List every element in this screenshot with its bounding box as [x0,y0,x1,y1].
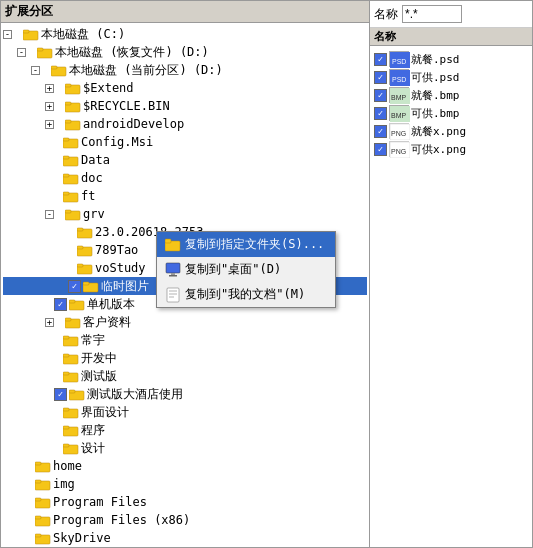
tree-item-customer[interactable]: + 客户资料 [3,313,367,331]
tree-item-label-home: home [53,458,82,474]
folder-icon-changyu [63,334,79,347]
filter-label: 名称 [374,6,398,23]
file-list-header-text: 名称 [374,30,396,43]
svg-rect-3 [37,48,43,51]
expander-customer[interactable]: + [45,318,54,327]
tree-item-grv[interactable]: - grv [3,205,367,223]
folder-icon-data [63,154,79,167]
expander-extend[interactable]: + [45,84,54,93]
svg-rect-29 [83,282,89,285]
expander-d_restore[interactable]: - [17,48,26,57]
tree-item-c_drive[interactable]: - 本地磁盘 (C:) [3,25,367,43]
file-item-可供x-png[interactable]: PNG 可供x.png [374,140,528,158]
expander-c_drive[interactable]: - [3,30,12,39]
expander-grv[interactable]: - [45,210,54,219]
tree-item-doc[interactable]: doc [3,169,367,187]
folder-icon-extend [65,82,81,95]
file-checkbox-可供.bmp[interactable] [374,107,387,120]
context-menu-item-copy_to_mydocs[interactable]: 复制到"我的文档"(M) [157,282,335,307]
tree-item-design[interactable]: 程序 [3,421,367,439]
folder-icon-d_restore [37,46,53,59]
folder-icon-home [35,460,51,473]
tree-item-ui_design[interactable]: 界面设计 [3,403,367,421]
tree-item-program_files_x86[interactable]: Program Files (x86) [3,511,367,529]
tree-item-skydrive[interactable]: SkyDrive [3,529,367,547]
svg-rect-72 [169,275,177,277]
tree-item-home[interactable]: home [3,457,367,475]
svg-rect-35 [63,336,69,339]
svg-rect-47 [63,444,69,447]
file-checkbox-可供x.png[interactable] [374,143,387,156]
folder-icon-c_drive [23,28,39,41]
folder-icon-ui_design [63,406,79,419]
folder-icon-single [69,298,85,311]
tree-item-img[interactable]: img [3,475,367,493]
folder-icon-config [63,136,79,149]
tree-item-label-d_current: 本地磁盘 (当前分区) (D:) [69,62,223,78]
file-item-就餐x-png[interactable]: PNG 就餐x.png [374,122,528,140]
file-icon-psd: PSD [389,69,409,85]
context-menu-item-copy_to_folder[interactable]: 复制到指定文件夹(S)... [157,232,335,257]
file-icon-bmp: BMP [389,87,409,103]
svg-rect-53 [35,498,41,501]
tree-item-d_restore[interactable]: - 本地磁盘 (恢复文件) (D:) [3,43,367,61]
context-menu-item-copy_to_desktop[interactable]: 复制到"桌面"(D) [157,257,335,282]
tree-item-ceshi_da[interactable]: 测试版大酒店使用 [3,385,367,403]
folder-icon-program_files_x86 [35,514,51,527]
tree-item-label-program_files_x86: Program Files (x86) [53,512,190,528]
file-name-可供.bmp: 可供.bmp [411,106,460,121]
expander-d_current[interactable]: - [31,66,40,75]
tree-item-label-ceshiban: 测试版 [81,368,117,384]
svg-rect-15 [63,156,69,159]
tree-item-data[interactable]: Data [3,151,367,169]
tree-item-d_current[interactable]: - 本地磁盘 (当前分区) (D:) [3,61,367,79]
tree-item-config[interactable]: Config.Msi [3,133,367,151]
tree-item-program_files[interactable]: Program Files [3,493,367,511]
folder-icon-grv [65,208,81,221]
folder-icon-program_files [35,496,51,509]
svg-text:PNG: PNG [391,130,406,137]
svg-rect-69 [165,239,171,243]
tree-item-label-develop: 开发中 [81,350,117,366]
expander-android[interactable]: + [45,120,54,129]
folder-icon-img [35,478,51,491]
file-checkbox-就餐.bmp[interactable] [374,89,387,102]
svg-text:BMP: BMP [391,112,407,119]
tree-item-label-single: 单机版本 [87,296,135,312]
file-item-就餐-psd[interactable]: PSD 就餐.psd [374,50,528,68]
tree-item-extend[interactable]: + $Extend [3,79,367,97]
folder-icon [165,237,181,253]
filter-input[interactable] [402,5,462,23]
checkbox-ceshi_da[interactable] [54,388,67,401]
checkbox-linshi[interactable] [68,280,81,293]
tree-item-label-c_drive: 本地磁盘 (C:) [41,26,125,42]
svg-rect-11 [65,120,71,123]
tree-item-develop[interactable]: 开发中 [3,349,367,367]
svg-rect-70 [166,263,180,273]
file-item-可供-bmp[interactable]: BMP 可供.bmp [374,104,528,122]
tree-item-ceshiban[interactable]: 测试版 [3,367,367,385]
file-checkbox-就餐.psd[interactable] [374,53,387,66]
tree-item-ft[interactable]: ft [3,187,367,205]
file-checkbox-可供.psd[interactable] [374,71,387,84]
tree-item-label-android: androidDevelop [83,116,184,132]
svg-rect-45 [63,426,69,429]
tree-item-label-design: 程序 [81,422,105,438]
tree-item-label-skydrive: SkyDrive [53,530,111,546]
file-tree-panel: 扩展分区 - 本地磁盘 (C:)- 本地磁盘 (恢复文件) (D:)- 本地磁盘… [0,0,370,548]
file-list[interactable]: PSD 就餐.psd PSD 可供.psd BMP 就餐.bmp BMP 可供.… [370,46,532,547]
file-icon-psd: PSD [389,51,409,67]
tree-item-android[interactable]: + androidDevelop [3,115,367,133]
file-item-可供-psd[interactable]: PSD 可供.psd [374,68,528,86]
file-item-就餐-bmp[interactable]: BMP 就餐.bmp [374,86,528,104]
expander-recycle[interactable]: + [45,102,54,111]
file-name-就餐.bmp: 就餐.bmp [411,88,460,103]
svg-rect-17 [63,174,69,177]
context-menu-label-copy_to_desktop: 复制到"桌面"(D) [185,261,281,278]
context-menu-label-copy_to_mydocs: 复制到"我的文档"(M) [185,286,305,303]
tree-item-changyu[interactable]: 常宇 [3,331,367,349]
file-checkbox-就餐x.png[interactable] [374,125,387,138]
tree-item-chengxu[interactable]: 设计 [3,439,367,457]
checkbox-single[interactable] [54,298,67,311]
tree-item-recycle[interactable]: + $RECYCLE.BIN [3,97,367,115]
